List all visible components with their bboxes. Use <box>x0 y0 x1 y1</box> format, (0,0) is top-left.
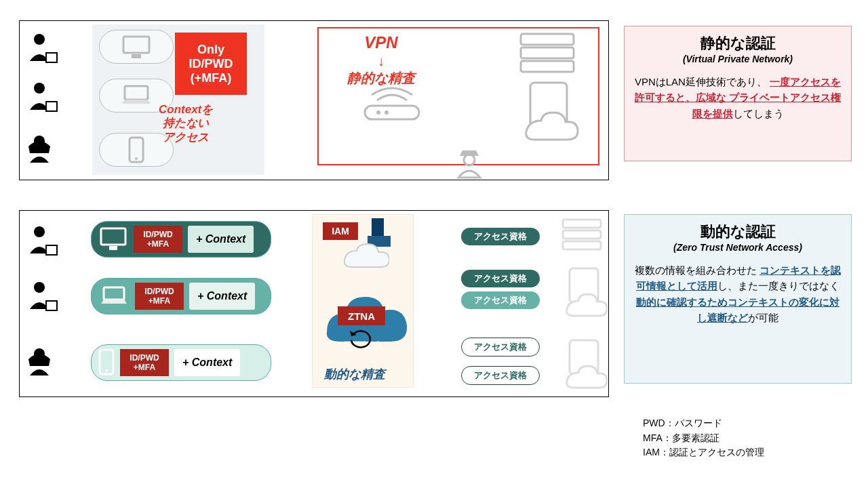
refresh-icon <box>346 329 377 354</box>
svg-point-31 <box>34 282 45 293</box>
vpn-context-line3: アクセス <box>159 131 213 144</box>
access-badge: アクセス資格 <box>461 291 540 309</box>
auth-line2: +MFA <box>120 363 169 372</box>
access-badge: アクセス資格 <box>461 228 540 245</box>
context-chip: + Context <box>189 283 255 310</box>
cloud-box-icon <box>560 338 608 393</box>
svg-point-11 <box>34 34 45 45</box>
vpn-context-line1: Contextを <box>159 103 213 117</box>
svg-rect-14 <box>46 102 57 111</box>
context-chip: + Context <box>174 349 240 376</box>
auth-line2: +MFA <box>134 239 182 249</box>
legend-vpn-prefix: VPNはLAN延伸技術であり、 <box>635 76 767 87</box>
user-icon <box>26 31 61 68</box>
svg-rect-26 <box>521 61 574 72</box>
vpn-context-line2: 持たない <box>159 117 213 130</box>
iam-label: IAM <box>323 222 358 240</box>
glossary-iam: IAM：認証とアクセスの管理 <box>643 445 764 460</box>
svg-rect-16 <box>123 37 149 53</box>
svg-rect-43 <box>563 230 601 239</box>
svg-rect-30 <box>46 245 57 255</box>
user-icon <box>26 224 61 260</box>
svg-point-28 <box>464 155 475 165</box>
access-badge: アクセス資格 <box>461 270 540 287</box>
svg-rect-44 <box>563 241 601 249</box>
router-icon <box>358 85 426 126</box>
legend-ztna-mid: し、また一度きりではなく <box>717 280 840 291</box>
ztna-auth-box: ID/PWD +MFA <box>120 349 169 376</box>
ztna-pill-3: ID/PWD +MFA + Context <box>91 344 271 381</box>
svg-rect-36 <box>104 287 124 300</box>
legend-vpn: 静的な認証 (Virtual Private Network) VPNはLAN延… <box>624 26 852 161</box>
ztna-sub: 動的な精査 <box>324 366 385 382</box>
vpn-title-1: VPN <box>347 33 415 53</box>
vpn-auth-line2: ID/PWD <box>175 57 247 71</box>
svg-rect-25 <box>521 47 574 58</box>
legend-ztna: 動的な認証 (Zero Trust Network Access) 複数の情報を… <box>624 214 852 384</box>
access-badge: アクセス資格 <box>461 366 540 385</box>
access-badge: アクセス資格 <box>461 338 540 357</box>
user-icon-f <box>26 133 61 169</box>
device-laptop-icon <box>98 285 130 308</box>
vpn-auth-box: Only ID/PWD (+MFA) <box>175 33 247 95</box>
device-phone-icon <box>98 348 115 377</box>
glossary-mfa: MFA：多要素認証 <box>643 431 764 446</box>
context-chip: + Context <box>188 226 254 253</box>
legend-ztna-h2: 動的に確認するためコンテキストの変化に対し遮断など <box>636 296 840 323</box>
svg-rect-18 <box>125 86 148 100</box>
device-monitor-icon <box>98 226 128 253</box>
auth-line1: ID/PWD <box>135 287 184 296</box>
ztna-label: ZTNA <box>338 306 385 325</box>
svg-point-22 <box>376 110 380 115</box>
hacker-icon <box>453 146 486 182</box>
svg-rect-42 <box>563 220 601 228</box>
svg-rect-32 <box>46 301 57 310</box>
vpn-title: VPN ↓ 静的な精査 <box>347 33 415 87</box>
svg-rect-34 <box>101 228 125 245</box>
auth-line2: +MFA <box>135 296 184 306</box>
vpn-auth-line1: Only <box>175 43 247 57</box>
vpn-auth-line3: (+MFA) <box>175 71 247 85</box>
legend-ztna-prefix: 複数の情報を組み合わせた <box>635 264 757 276</box>
legend-vpn-body: VPNはLAN延伸技術であり、 一度アクセスを許可すると、広域な プライベートア… <box>634 74 842 121</box>
auth-line1: ID/PWD <box>120 353 169 363</box>
legend-ztna-suffix: が可能 <box>748 312 778 323</box>
legend-vpn-suffix: してしまう <box>733 108 784 119</box>
ztna-pill-1: ID/PWD +MFA + Context <box>91 221 271 258</box>
vpn-title-3: 静的な精査 <box>347 70 415 87</box>
device-monitor-icon <box>99 30 174 64</box>
user-icon-f <box>26 346 61 382</box>
svg-point-29 <box>34 226 45 237</box>
diagram-canvas: Only ID/PWD (+MFA) Contextを 持たない アクセス VP… <box>0 0 868 488</box>
svg-rect-21 <box>365 106 419 119</box>
ztna-auth-box: ID/PWD +MFA <box>134 226 182 253</box>
server-icon <box>560 217 604 256</box>
legend-vpn-title: 静的な認証 <box>634 33 842 54</box>
svg-rect-35 <box>109 246 117 250</box>
svg-point-13 <box>34 83 45 94</box>
legend-ztna-sub: (Zero Trust Network Access) <box>634 242 842 253</box>
server-icon <box>517 31 578 79</box>
svg-rect-17 <box>132 54 141 58</box>
user-icon <box>26 279 61 316</box>
cloud-box-icon <box>517 79 582 144</box>
legend-vpn-sub: (Virtual Private Network) <box>634 54 842 64</box>
cloud-box-icon <box>560 266 608 321</box>
svg-rect-24 <box>521 34 574 45</box>
svg-point-38 <box>105 369 108 372</box>
user-icon <box>26 80 61 117</box>
svg-point-20 <box>135 157 138 160</box>
svg-point-23 <box>384 110 389 115</box>
legend-ztna-body: 複数の情報を組み合わせた コンテキストを認可情報として活用し、また一度きりではな… <box>634 262 842 325</box>
glossary: PWD：パスワード MFA：多要素認証 IAM：認証とアクセスの管理 <box>643 416 764 460</box>
iam-cloud-icon <box>338 241 389 271</box>
vpn-context-text: Contextを 持たない アクセス <box>159 103 213 144</box>
svg-rect-12 <box>46 53 57 62</box>
vpn-title-2: ↓ <box>347 53 415 70</box>
glossary-pwd: PWD：パスワード <box>643 416 764 431</box>
auth-line1: ID/PWD <box>134 230 182 239</box>
ztna-auth-box: ID/PWD +MFA <box>135 283 184 310</box>
ztna-pill-2: ID/PWD +MFA + Context <box>91 278 271 314</box>
legend-ztna-title: 動的な認証 <box>634 222 842 242</box>
